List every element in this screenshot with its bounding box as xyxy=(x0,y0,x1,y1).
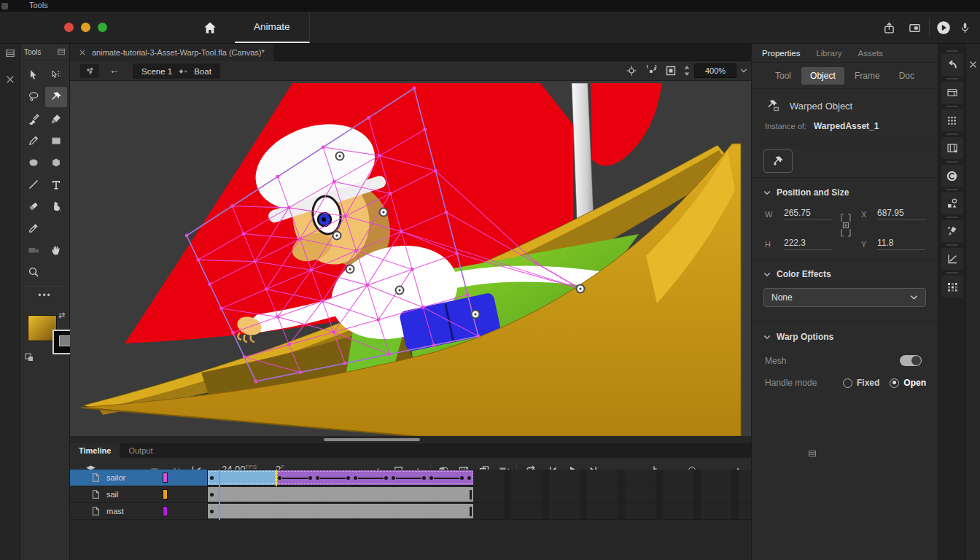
more-tools-button[interactable]: ••• xyxy=(20,290,69,300)
asset-warp-button[interactable] xyxy=(763,149,793,173)
back-arrow-icon[interactable]: ← xyxy=(109,64,120,76)
default-colors-icon[interactable] xyxy=(25,353,34,362)
classic-brush-tool[interactable] xyxy=(45,109,67,129)
eraser-tool[interactable] xyxy=(23,196,44,217)
tab-animate[interactable]: Animate xyxy=(235,12,310,43)
keyframe-dot[interactable] xyxy=(392,476,395,480)
eyedropper-tool[interactable] xyxy=(23,218,44,238)
assets-shapes-icon[interactable] xyxy=(941,192,963,214)
fluid-brush-tool[interactable] xyxy=(23,109,44,129)
rotate-view-icon[interactable] xyxy=(645,65,657,77)
warp-brush-panel-icon[interactable] xyxy=(941,220,963,242)
keyframe-dot[interactable] xyxy=(467,476,471,480)
keyframe-dot[interactable] xyxy=(278,476,281,480)
tab-library[interactable]: Library xyxy=(816,49,841,58)
tab-properties[interactable]: Properties xyxy=(762,49,800,58)
close-panel-icon[interactable] xyxy=(968,60,978,69)
layer-name-mast[interactable]: mast xyxy=(70,503,208,520)
handle-mode-open-radio[interactable] xyxy=(890,378,899,388)
polystar-tool[interactable] xyxy=(45,152,67,173)
clip-content-icon[interactable] xyxy=(665,65,677,77)
keyframe-dot[interactable] xyxy=(354,476,357,480)
subtab-object[interactable]: Object xyxy=(801,67,844,85)
keyframe-dot[interactable] xyxy=(210,476,214,480)
text-tool[interactable] xyxy=(45,174,67,195)
keyframe-dot[interactable] xyxy=(308,476,312,480)
tab-timeline[interactable]: Timeline xyxy=(70,443,120,458)
pattern-grid-panel-icon[interactable] xyxy=(941,276,963,298)
subtab-frame[interactable]: Frame xyxy=(846,67,889,85)
zoom-stepper-icon[interactable] xyxy=(683,65,691,77)
zoom-level-input[interactable]: 400% xyxy=(694,63,736,78)
zoom-tool[interactable] xyxy=(23,262,44,282)
oval-tool[interactable] xyxy=(23,152,44,173)
y-field[interactable]: 11.8 xyxy=(877,238,925,250)
pencil-tool[interactable] xyxy=(23,131,44,151)
keyframe-dot[interactable] xyxy=(422,476,426,480)
zoom-dropdown-icon[interactable] xyxy=(740,68,747,74)
height-field[interactable]: 222.3 xyxy=(784,238,832,250)
hand-tool[interactable] xyxy=(45,240,67,260)
keyframe-dot[interactable] xyxy=(210,493,214,497)
edit-symbols-icon[interactable] xyxy=(80,64,99,78)
tab-assets[interactable]: Assets xyxy=(858,49,884,58)
os-menu-item[interactable]: Tools xyxy=(29,1,48,9)
open-option-label[interactable]: Open xyxy=(903,378,926,388)
tween-span[interactable] xyxy=(276,470,473,485)
share-icon[interactable] xyxy=(881,20,897,36)
keyframe-dot[interactable] xyxy=(316,476,319,480)
window-minimize-button[interactable] xyxy=(81,23,90,32)
properties-panel-icon[interactable] xyxy=(941,82,963,104)
rectangle-tool[interactable] xyxy=(45,131,67,151)
keyframe-dot[interactable] xyxy=(346,476,350,480)
chevron-down-icon[interactable] xyxy=(763,190,771,195)
stage-canvas[interactable] xyxy=(70,81,751,436)
handle-mode-fixed-radio[interactable] xyxy=(843,378,852,388)
document-tab[interactable]: animate-tutorial-3-Asset-Warp-Tool.fla (… xyxy=(70,44,273,61)
scrollbar-thumb[interactable] xyxy=(324,438,420,441)
layer-frames-sail[interactable] xyxy=(208,486,751,503)
width-field[interactable]: 265.75 xyxy=(784,208,832,220)
swatches-panel-icon[interactable] xyxy=(941,109,963,131)
keyframe-dot[interactable] xyxy=(429,476,433,480)
layer-color-swatch[interactable] xyxy=(163,489,168,499)
layer-frames-mast[interactable] xyxy=(208,503,751,520)
window-zoom-button[interactable] xyxy=(98,23,107,32)
chevron-down-icon[interactable] xyxy=(763,272,771,277)
lasso-tool[interactable] xyxy=(23,87,44,107)
subtab-doc[interactable]: Doc xyxy=(890,67,923,85)
home-icon[interactable] xyxy=(203,20,217,35)
swap-colors-icon[interactable]: ⇄ xyxy=(58,311,65,320)
breadcrumb-symbol[interactable]: Boat xyxy=(194,67,211,76)
layer-color-swatch[interactable] xyxy=(163,506,168,516)
mesh-toggle[interactable] xyxy=(900,355,922,366)
line-tool[interactable] xyxy=(23,174,44,195)
window-close-button[interactable] xyxy=(64,23,74,32)
panel-menu-icon[interactable] xyxy=(808,449,817,458)
motion-editor-panel-icon[interactable] xyxy=(941,248,963,270)
frames-panel-icon[interactable] xyxy=(941,137,963,159)
close-panel-icon[interactable] xyxy=(5,74,15,85)
stage-hscrollbar[interactable] xyxy=(70,436,751,443)
instance-name[interactable]: WarpedAsset_1 xyxy=(814,121,879,131)
panel-menu-icon[interactable] xyxy=(57,47,66,56)
link-dimensions-icon[interactable] xyxy=(839,213,852,238)
display-mode-icon[interactable] xyxy=(906,20,922,36)
selection-tool[interactable] xyxy=(23,65,44,85)
camera-tool[interactable] xyxy=(23,240,44,260)
panel-menu-icon[interactable] xyxy=(5,48,15,58)
x-field[interactable]: 687.95 xyxy=(877,208,925,220)
layer-color-swatch[interactable] xyxy=(163,472,168,483)
subtab-tool[interactable]: Tool xyxy=(766,67,800,85)
keyframe-dot[interactable] xyxy=(460,476,464,480)
paint-bucket-tool[interactable] xyxy=(45,196,67,217)
cc-libraries-icon[interactable] xyxy=(941,165,963,187)
test-movie-icon[interactable] xyxy=(936,20,952,36)
keyframe-dot[interactable] xyxy=(384,476,388,480)
subselection-tool[interactable] xyxy=(45,65,67,85)
keyframe-dot[interactable] xyxy=(210,510,214,513)
chevron-down-icon[interactable] xyxy=(763,335,771,340)
history-panel-icon[interactable] xyxy=(941,54,963,76)
static-span[interactable] xyxy=(208,504,473,518)
microphone-icon[interactable] xyxy=(957,20,973,36)
